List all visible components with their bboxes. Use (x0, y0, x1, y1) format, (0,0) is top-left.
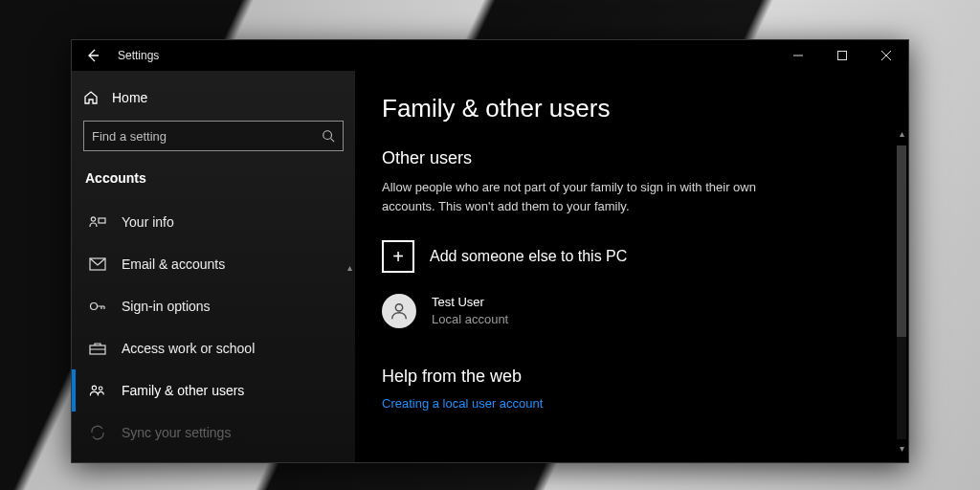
sidebar-category: Accounts (72, 165, 355, 201)
user-name: Test User (432, 294, 508, 311)
arrow-left-icon (85, 48, 100, 63)
svg-point-3 (91, 217, 95, 221)
help-link-create-local-account[interactable]: Creating a local user account (382, 396, 881, 411)
maximize-button[interactable] (820, 40, 864, 71)
avatar-icon (382, 294, 416, 328)
maximize-icon (837, 51, 847, 60)
user-entry[interactable]: Test User Local account (382, 294, 881, 328)
settings-window: Settings Home Find a setting Accounts (71, 39, 909, 463)
mail-icon (89, 257, 106, 271)
svg-point-7 (92, 386, 96, 390)
search-placeholder: Find a setting (92, 129, 167, 144)
search-input[interactable]: Find a setting (83, 121, 344, 151)
sidebar: Home Find a setting Accounts Your info (72, 71, 355, 462)
home-icon (83, 90, 99, 105)
sidebar-home[interactable]: Home (72, 84, 355, 113)
sidebar-item-sign-in-options[interactable]: Sign-in options (72, 285, 355, 327)
close-icon (881, 51, 891, 60)
close-button[interactable] (864, 40, 908, 71)
key-icon (89, 299, 106, 314)
main-panel: Family & other users Other users Allow p… (355, 71, 908, 462)
add-user-button[interactable]: + Add someone else to this PC (382, 240, 881, 273)
sidebar-item-email-accounts[interactable]: Email & accounts (72, 243, 355, 285)
search-icon (322, 129, 335, 143)
sidebar-item-family-other-users[interactable]: Family & other users (72, 369, 355, 412)
sidebar-nav: Your info Email & accounts Sign-in optio… (72, 201, 355, 454)
sidebar-item-label: Family & other users (122, 383, 244, 398)
sidebar-item-label: Sync your settings (122, 425, 231, 440)
svg-rect-2 (99, 218, 105, 223)
svg-rect-0 (838, 52, 847, 60)
sidebar-item-label: Email & accounts (122, 256, 225, 272)
sidebar-scroll-up[interactable]: ▴ (344, 262, 355, 272)
user-account-type: Local account (432, 311, 508, 328)
other-users-description: Allow people who are not part of your fa… (382, 178, 784, 215)
content-area: Home Find a setting Accounts Your info (72, 71, 908, 462)
page-title: Family & other users (382, 94, 881, 123)
main-scrollbar[interactable]: ▴ ▾ (895, 128, 908, 457)
people-icon (89, 383, 106, 398)
sidebar-item-label: Your info (122, 214, 174, 230)
svg-point-1 (323, 131, 332, 140)
window-title: Settings (114, 49, 159, 62)
add-user-label: Add someone else to this PC (430, 248, 627, 265)
svg-point-8 (99, 387, 102, 390)
scroll-up-icon[interactable]: ▴ (895, 128, 908, 142)
sidebar-item-your-info[interactable]: Your info (72, 201, 355, 243)
scrollbar-thumb[interactable] (897, 145, 906, 337)
back-button[interactable] (72, 40, 114, 71)
person-card-icon (89, 214, 106, 230)
plus-icon: + (382, 240, 414, 273)
sidebar-item-label: Sign-in options (122, 299, 211, 314)
minimize-button[interactable] (776, 40, 820, 71)
svg-point-5 (91, 303, 98, 310)
other-users-heading: Other users (382, 148, 881, 168)
sidebar-item-sync-settings[interactable]: Sync your settings (72, 412, 355, 454)
briefcase-icon (89, 341, 106, 356)
help-heading: Help from the web (382, 367, 881, 387)
svg-point-9 (395, 304, 402, 311)
minimize-icon (793, 51, 803, 60)
sidebar-item-access-work-school[interactable]: Access work or school (72, 327, 355, 369)
titlebar: Settings (72, 40, 908, 71)
scroll-down-icon[interactable]: ▾ (895, 443, 908, 457)
sync-icon (89, 425, 106, 440)
sidebar-item-label: Access work or school (122, 341, 255, 356)
sidebar-home-label: Home (112, 90, 147, 105)
